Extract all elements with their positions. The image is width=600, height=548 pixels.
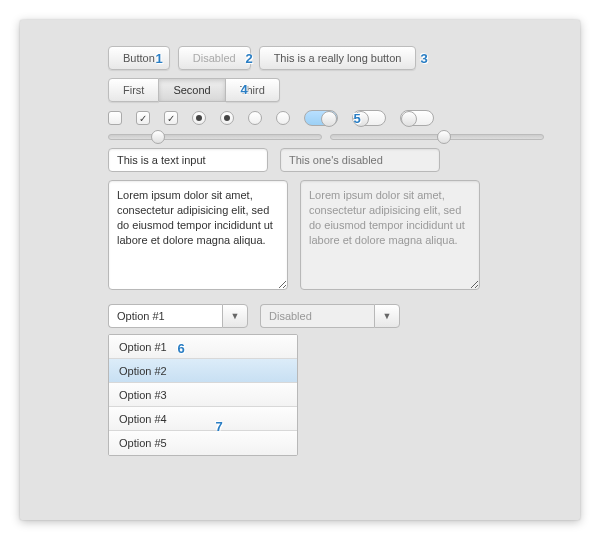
radio-checked-1[interactable] — [192, 111, 206, 125]
radio-checked-2[interactable] — [220, 111, 234, 125]
list-item[interactable]: Option #3 — [109, 383, 297, 407]
seg-third[interactable]: Third — [226, 78, 280, 102]
textarea[interactable]: Lorem ipsum dolor sit amet, consectetur … — [108, 180, 288, 290]
list-item[interactable]: Option #4 — [109, 407, 297, 431]
toggle-off-2[interactable] — [400, 110, 434, 126]
segmented-control[interactable]: First Second Third — [108, 78, 280, 102]
checkbox-checked-1[interactable]: ✓ — [136, 111, 150, 125]
chevron-down-icon[interactable]: ▼ — [222, 304, 248, 328]
button-long[interactable]: This is a really long button — [259, 46, 417, 70]
checkbox-checked-2[interactable]: ✓ — [164, 111, 178, 125]
select-disabled: Disabled ▼ — [260, 304, 400, 328]
radio-unchecked-1[interactable] — [248, 111, 262, 125]
select-row: Option #1 ▼ Disabled ▼ — [108, 304, 544, 328]
select[interactable]: Option #1 ▼ — [108, 304, 248, 328]
sliders-row — [108, 134, 544, 140]
segmented-row: First Second Third — [108, 78, 544, 102]
slider-knob[interactable] — [437, 130, 451, 144]
seg-second[interactable]: Second — [159, 78, 225, 102]
button-default[interactable]: Button — [108, 46, 170, 70]
button-row: Button Disabled This is a really long bu… — [108, 46, 544, 70]
slider-2[interactable] — [330, 134, 544, 140]
list-item[interactable]: Option #1 — [109, 335, 297, 359]
checkbox-unchecked[interactable] — [108, 111, 122, 125]
button-disabled: Disabled — [178, 46, 251, 70]
controls-row: ✓ ✓ — [108, 110, 544, 126]
select-value: Option #1 — [108, 304, 222, 328]
slider-knob[interactable] — [151, 130, 165, 144]
radio-unchecked-2[interactable] — [276, 111, 290, 125]
textarea-row: Lorem ipsum dolor sit amet, consectetur … — [108, 180, 544, 290]
text-input-row — [108, 148, 544, 172]
listbox[interactable]: Option #1Option #2Option #3Option #4Opti… — [108, 334, 298, 456]
seg-first[interactable]: First — [108, 78, 159, 102]
ui-panel: Button Disabled This is a really long bu… — [20, 20, 580, 520]
list-item[interactable]: Option #5 — [109, 431, 297, 455]
select-disabled-value: Disabled — [260, 304, 374, 328]
text-input-disabled — [280, 148, 440, 172]
toggle-on[interactable] — [304, 110, 338, 126]
textarea-disabled: Lorem ipsum dolor sit amet, consectetur … — [300, 180, 480, 290]
toggle-off-1[interactable] — [352, 110, 386, 126]
text-input[interactable] — [108, 148, 268, 172]
chevron-down-icon: ▼ — [374, 304, 400, 328]
slider-1[interactable] — [108, 134, 322, 140]
list-item[interactable]: Option #2 — [109, 359, 297, 383]
